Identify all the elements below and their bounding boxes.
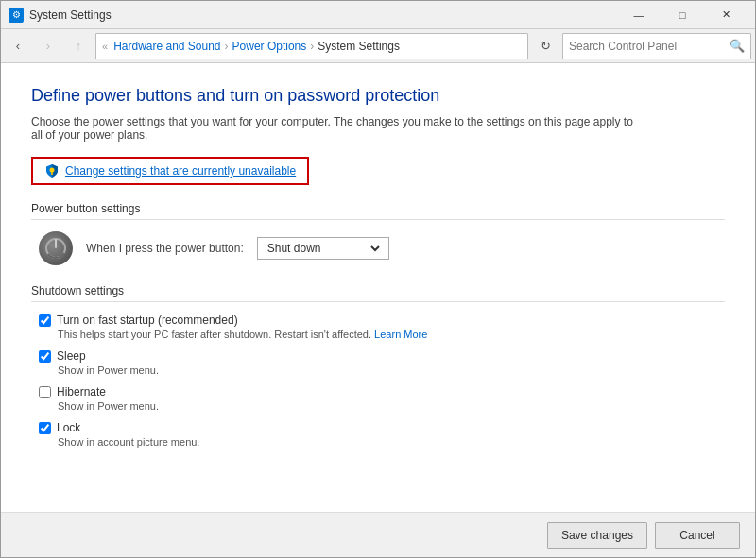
hibernate-label: Hibernate — [57, 385, 106, 398]
system-settings-window: ⚙ System Settings — □ ✕ ‹ › ↑ « Hardware… — [0, 0, 756, 558]
sleep-desc: Show in Power menu. — [39, 364, 725, 376]
content-area: Define power buttons and turn on passwor… — [1, 63, 755, 512]
window-icon: ⚙ — [9, 8, 24, 23]
back-button[interactable]: ‹ — [5, 33, 31, 59]
footer: Save changes Cancel — [1, 512, 755, 557]
svg-rect-1 — [51, 172, 53, 175]
fast-startup-learn-more[interactable]: Learn More — [374, 329, 427, 340]
save-changes-button[interactable]: Save changes — [547, 522, 647, 549]
up-button[interactable]: ↑ — [65, 33, 92, 59]
power-button-section: Power button settings When I press the p… — [31, 202, 725, 265]
hibernate-desc: Show in Power menu. — [39, 400, 725, 412]
shield-icon — [44, 163, 60, 178]
sleep-row: Sleep — [39, 349, 725, 363]
lock-desc: Show in account picture menu. — [39, 436, 725, 448]
breadcrumb-system-settings: System Settings — [318, 40, 400, 53]
svg-point-0 — [50, 168, 55, 173]
fast-startup-checkbox[interactable] — [39, 314, 51, 327]
close-button[interactable]: ✕ — [704, 1, 747, 29]
lock-row: Lock — [39, 421, 725, 434]
power-button-label: When I press the power button: — [86, 242, 244, 255]
address-bar: « Hardware and Sound › Power Options › S… — [95, 33, 528, 59]
lock-label: Lock — [57, 421, 80, 434]
window-title: System Settings — [29, 8, 617, 22]
cancel-button[interactable]: Cancel — [655, 522, 740, 549]
power-button-icon — [39, 231, 73, 265]
sleep-label: Sleep — [57, 349, 86, 363]
page-title: Define power buttons and turn on passwor… — [31, 86, 725, 106]
hibernate-item: Hibernate Show in Power menu. — [31, 385, 725, 412]
power-button-select[interactable]: Do nothing Sleep Hibernate Shut down Tur… — [264, 241, 383, 256]
change-settings-button[interactable]: Change settings that are currently unava… — [31, 157, 309, 185]
search-input[interactable] — [569, 40, 726, 53]
fast-startup-label: Turn on fast startup (recommended) — [57, 313, 238, 327]
sleep-checkbox[interactable] — [39, 350, 51, 363]
fast-startup-row: Turn on fast startup (recommended) — [39, 313, 725, 327]
sleep-item: Sleep Show in Power menu. — [31, 349, 725, 376]
breadcrumb-power-options[interactable]: Power Options — [232, 40, 307, 53]
maximize-button[interactable]: □ — [661, 1, 704, 29]
power-button-section-header: Power button settings — [31, 202, 725, 220]
minimize-button[interactable]: — — [617, 1, 661, 29]
navigation-bar: ‹ › ↑ « Hardware and Sound › Power Optio… — [1, 29, 755, 63]
search-bar[interactable]: 🔍 — [562, 33, 751, 59]
hibernate-row: Hibernate — [39, 385, 725, 398]
fast-startup-item: Turn on fast startup (recommended) This … — [31, 313, 725, 340]
window-controls: — □ ✕ — [617, 1, 747, 29]
page-description: Choose the power settings that you want … — [31, 115, 636, 142]
fast-startup-desc: This helps start your PC faster after sh… — [39, 329, 725, 340]
shutdown-section-header: Shutdown settings — [31, 284, 725, 302]
search-icon: 🔍 — [730, 39, 745, 53]
breadcrumb-arrow-2: › — [310, 40, 314, 53]
breadcrumb-arrow-1: › — [225, 40, 229, 53]
shutdown-section: Shutdown settings Turn on fast startup (… — [31, 284, 725, 448]
refresh-button[interactable]: ↻ — [532, 33, 558, 59]
title-bar: ⚙ System Settings — □ ✕ — [1, 1, 755, 29]
breadcrumb-sep-icon: « — [102, 41, 108, 52]
power-button-row: When I press the power button: Do nothin… — [31, 231, 725, 265]
lock-item: Lock Show in account picture menu. — [31, 421, 725, 448]
change-settings-label: Change settings that are currently unava… — [65, 164, 296, 178]
power-button-dropdown[interactable]: Do nothing Sleep Hibernate Shut down Tur… — [257, 237, 389, 260]
forward-button[interactable]: › — [35, 33, 61, 59]
breadcrumb-hardware-sound[interactable]: Hardware and Sound — [113, 40, 220, 53]
hibernate-checkbox[interactable] — [39, 386, 51, 398]
lock-checkbox[interactable] — [39, 422, 51, 434]
